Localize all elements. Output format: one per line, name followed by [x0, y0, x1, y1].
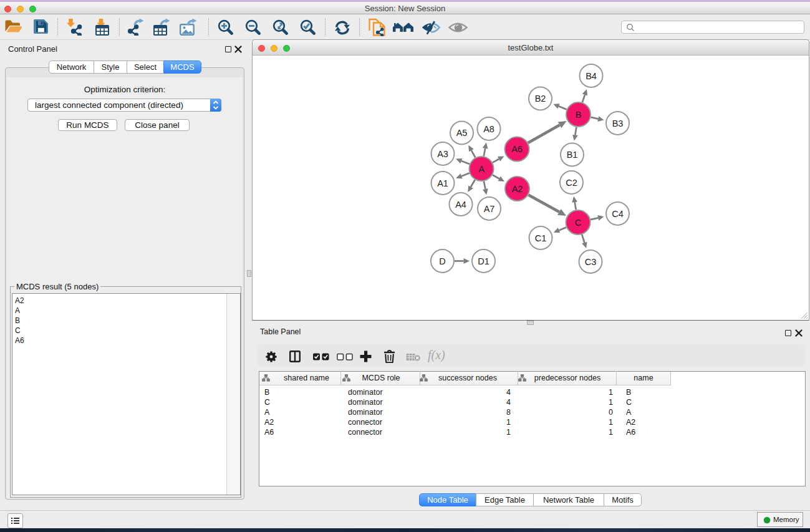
- svg-text:D: D: [439, 256, 445, 266]
- svg-text:A1: A1: [437, 178, 448, 188]
- svg-text:B1: B1: [567, 150, 578, 160]
- svg-text:A: A: [478, 164, 485, 174]
- svg-text:B3: B3: [612, 118, 624, 128]
- svg-text:C4: C4: [612, 209, 624, 219]
- svg-text:C2: C2: [566, 178, 577, 188]
- svg-text:C3: C3: [585, 257, 597, 267]
- svg-text:B2: B2: [535, 94, 546, 104]
- svg-text:A6: A6: [511, 144, 523, 154]
- svg-text:A7: A7: [484, 204, 495, 214]
- svg-text:A8: A8: [483, 124, 494, 134]
- svg-text:A4: A4: [455, 200, 466, 210]
- svg-text:C: C: [575, 218, 581, 228]
- svg-text:A5: A5: [456, 128, 468, 138]
- svg-text:A3: A3: [437, 149, 448, 159]
- svg-text:C1: C1: [535, 233, 547, 243]
- svg-text:B: B: [576, 110, 582, 120]
- svg-text:D1: D1: [478, 256, 489, 266]
- svg-text:A2: A2: [512, 184, 523, 194]
- svg-text:B4: B4: [586, 71, 597, 81]
